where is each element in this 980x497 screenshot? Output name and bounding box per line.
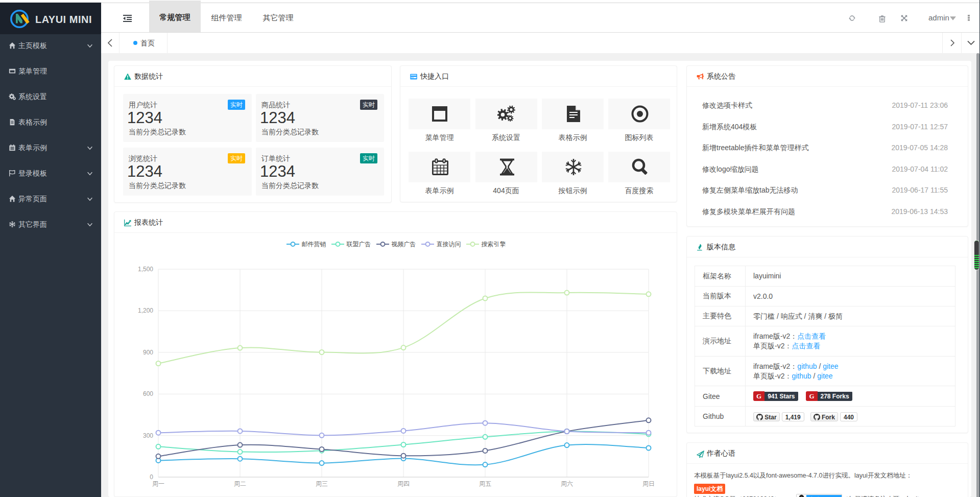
svg-text:周一: 周一 [152, 480, 164, 487]
svg-text:周五: 周五 [479, 480, 491, 487]
svg-text:周四: 周四 [397, 480, 410, 487]
svg-text:1,500: 1,500 [138, 266, 153, 273]
svg-text:周六: 周六 [561, 480, 573, 487]
svg-text:1,200: 1,200 [138, 307, 153, 314]
svg-text:0: 0 [150, 474, 153, 481]
svg-text:周二: 周二 [234, 480, 246, 487]
svg-text:900: 900 [143, 349, 153, 356]
svg-text:周三: 周三 [316, 480, 328, 487]
svg-text:300: 300 [143, 432, 153, 439]
svg-text:周日: 周日 [642, 480, 655, 487]
svg-text:600: 600 [143, 390, 153, 397]
